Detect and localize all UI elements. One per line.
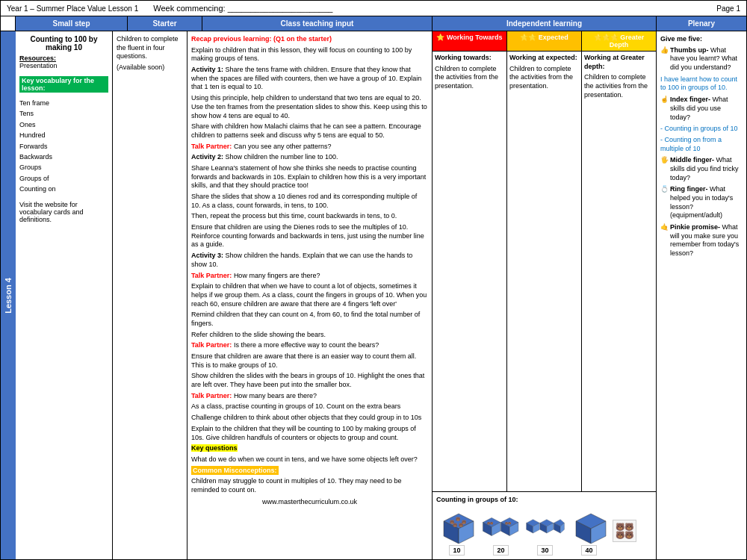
activity3f-text: Show children the slides with the bears … — [191, 372, 428, 389]
talk3-text: Is there a more effective way to count t… — [234, 341, 379, 349]
cube-svg-30 — [524, 506, 565, 544]
cube-svg-20: 🐻🐻 🐻🐻 — [480, 506, 521, 544]
activity2c-text: Share the slides that show a 10 dienes r… — [191, 193, 428, 210]
index-bullet2: - Counting on from a multiple of 10 — [660, 136, 743, 153]
extra-bears: 🐻🐻🐻🐻 — [613, 520, 636, 542]
expected-text1: Working at expected: — [509, 54, 579, 63]
svg-text:🐻🐻: 🐻🐻 — [487, 521, 494, 525]
expected-label: Expected — [539, 34, 568, 41]
vocab-item: Tens — [19, 108, 108, 119]
key-vocab-label: Key vocabulary for the lesson: — [19, 76, 108, 93]
working-text1: Working towards: — [435, 54, 504, 63]
learnt-text: I have learnt how to count to 100 in gro… — [660, 75, 743, 93]
vocab-list: Ten frame Tens Ones Hundred Forwards Bac… — [19, 98, 108, 195]
page-header: Year 1 – Summer Place Value Lesson 1 Wee… — [1, 1, 746, 16]
activity1c-text: Share with children how Malachi claims t… — [191, 122, 428, 140]
working-label: Working Towards — [447, 34, 503, 41]
teaching-para1: Explain to children that in this lesson,… — [191, 46, 428, 63]
expected-header: ⭐⭐ Expected — [507, 31, 582, 51]
activity2e-text: Ensure that children are using the Diene… — [191, 223, 428, 249]
activity1-label: Activity 1: — [191, 66, 226, 73]
working-towards-body: Working towards: Children to complete th… — [433, 52, 507, 491]
plenary-pinkie: 🤙 Pinkie promise- What will you make sur… — [660, 223, 743, 258]
plenary-intro: Give me five: — [660, 35, 743, 44]
key-questions-text: What do we do when we count in tens, and… — [191, 455, 428, 464]
index-text: Index finger- What skills did you use to… — [670, 96, 743, 122]
thumb-icon: 👍 — [660, 46, 669, 54]
counting-box-30: 30 — [524, 506, 565, 556]
starter-available: (Available soon) — [117, 63, 183, 72]
independent-column: ⭐ Working Towards ⭐⭐ Expected ⭐⭐⭐ Greate… — [433, 31, 657, 559]
talk1-text: Can you see any other patterns? — [234, 143, 332, 150]
working-towards-header: ⭐ Working Towards — [433, 31, 507, 51]
pinkie-icon: 🤙 — [660, 223, 669, 231]
svg-text:🐻: 🐻 — [456, 517, 461, 522]
resources-label: Resources: — [19, 55, 108, 62]
plenary-index: ☝ Index finger- What skills did you use … — [660, 96, 743, 122]
svg-text:🐻🐻: 🐻🐻 — [505, 521, 512, 525]
activity3d-text: Refer children to the slide showing the … — [191, 331, 428, 340]
misconceptions-label: Common Misconceptions: — [191, 466, 279, 475]
counting-box-20: 🐻🐻 🐻🐻 20 — [480, 506, 521, 556]
vocab-item: Counting on — [19, 184, 108, 194]
cube-svg-10: 🐻 🐻 🐻 🐻 🐻 — [436, 506, 477, 544]
ring-icon: 💍 — [660, 185, 669, 193]
starter-column: Children to complete the fluent in four … — [113, 31, 187, 559]
activity2d-text: Then, repeat the process but this time, … — [191, 212, 428, 221]
index-bullet1: - Counting in groups of 10 — [660, 125, 743, 134]
activity2-text: Show children the number line to 100. — [226, 153, 338, 161]
talk2-text: How many fingers are there? — [234, 272, 320, 279]
greater-icon: ⭐⭐⭐ — [594, 34, 619, 41]
vocab-item: Groups of — [19, 173, 108, 184]
teaching-column: Recap previous learning: (Q1 on the star… — [187, 31, 433, 559]
expected-text2: Children to complete the activities from… — [509, 65, 579, 91]
svg-text:🐻: 🐻 — [453, 523, 458, 528]
key-questions-label: Key questions — [191, 444, 238, 452]
activity3b-text: Explain to children that when we have to… — [191, 282, 428, 308]
lesson-label: Lesson 4 — [4, 278, 13, 314]
small-step-header: Small step — [16, 16, 128, 31]
greater-depth-body: Working at Greater depth: Children to co… — [582, 52, 656, 491]
index-icon: ☝ — [660, 96, 669, 103]
working-text2: Children to complete the activities from… — [435, 65, 504, 91]
svg-text:🐻: 🐻 — [459, 523, 464, 528]
activity3c-text: Remind children that they can count on 4… — [191, 311, 428, 328]
plenary-column: Give me five: 👍 Thumbs up- What have you… — [657, 31, 746, 559]
activity2-label: Activity 2: — [191, 153, 226, 161]
resources-text: Presentation — [19, 62, 108, 69]
activity3h-text: Challenge children to think about other … — [191, 414, 428, 423]
header-title: Year 1 – Summer Place Value Lesson 1 — [7, 4, 138, 13]
ring-text: Ring finger- What helped you in today's … — [670, 185, 743, 220]
activity2b-text: Share Leanna's statement of how she thin… — [191, 164, 428, 190]
independent-header: Independent learning — [433, 16, 657, 31]
vocab-item: Hundred — [19, 130, 108, 140]
vocab-item: Ten frame — [19, 98, 108, 108]
middle-text: Middle finger- What skills did you find … — [670, 156, 743, 182]
greater-text2: Children to complete the activities from… — [584, 73, 654, 99]
starter-header: Starter — [128, 16, 202, 31]
plenary-middle: 🖐 Middle finger- What skills did you fin… — [660, 156, 743, 182]
website-text: www.masterthecurriculum.co.uk — [191, 498, 428, 507]
misconceptions-text: Children may struggle to count in multip… — [191, 477, 428, 494]
small-step-title: Counting to 100 by making 10 — [19, 35, 108, 52]
thumb-text: Thumbs up- What have you learnt? What di… — [670, 46, 743, 72]
count-label-40: 40 — [581, 545, 596, 556]
activity3g-text: As a class, practise counting in groups … — [191, 402, 428, 411]
count-label-20: 20 — [493, 545, 508, 556]
counting-box-40: 40 🐻🐻🐻🐻 — [568, 506, 636, 556]
greater-text1: Working at Greater depth: — [584, 54, 654, 71]
lesson-label-container: Lesson 4 — [1, 31, 16, 559]
talk4-label: Talk Partner: — [191, 392, 232, 399]
small-step-column: Counting to 100 by making 10 Resources: … — [16, 31, 113, 559]
count-label-30: 30 — [537, 545, 552, 556]
pinkie-text: Pinkie promise- What will you make sure … — [670, 223, 743, 258]
plenary-thumb: 👍 Thumbs up- What have you learnt? What … — [660, 46, 743, 72]
plenary-ring: 💍 Ring finger- What helped you in today'… — [660, 185, 743, 220]
talk1-label: Talk Partner: — [191, 143, 232, 150]
vocab-item: Forwards — [19, 141, 108, 152]
greater-depth-header: ⭐⭐⭐ Greater Depth — [582, 31, 656, 51]
teaching-header: Class teaching input — [202, 16, 433, 31]
independent-body: Working towards: Children to complete th… — [433, 52, 656, 491]
starter-text: Children to complete the fluent in four … — [117, 35, 183, 61]
working-icon: ⭐ — [436, 34, 444, 41]
